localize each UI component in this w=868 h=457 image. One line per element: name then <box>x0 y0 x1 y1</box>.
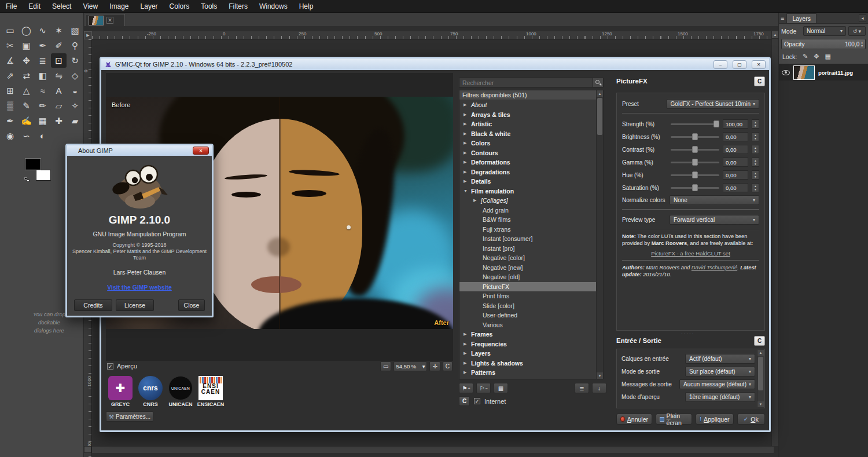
opacity-stepper[interactable]: ▴ ▾ <box>861 41 863 47</box>
filter-category-contours[interactable]: ▶Contours <box>459 148 597 158</box>
gmic-titlebar[interactable]: G'MIC-Qt for GIMP 2.10 - Windows 64 bits… <box>101 59 769 70</box>
tool-bucket-fill-icon[interactable]: ◒ <box>67 83 83 98</box>
filter-item-fuji-xtrans[interactable]: Fuji xtrans <box>459 225 597 235</box>
filter-category-deformations[interactable]: ▶Deformations <box>459 158 597 167</box>
zoom-reset-button[interactable]: ✛ <box>429 361 440 371</box>
ok-button[interactable]: ✓ Ok <box>737 414 766 425</box>
internet-checkbox[interactable]: ✓ <box>474 398 480 404</box>
slider-handle[interactable] <box>692 159 698 166</box>
menu-tools[interactable]: Tools <box>195 0 223 13</box>
filter-item-negative-old[interactable]: Negative [old] <box>459 272 597 282</box>
default-colors-icon[interactable] <box>24 177 30 182</box>
menu-select[interactable]: Select <box>46 0 77 13</box>
filter-subcategory-collages[interactable]: ▶[Collages] <box>459 196 597 206</box>
visibility-eye-icon[interactable] <box>782 70 790 75</box>
tool-warp-icon[interactable]: ≈ <box>35 83 50 98</box>
search-button[interactable] <box>593 78 603 87</box>
filter-list-scrollbar[interactable]: ▲ ▼ <box>596 90 603 379</box>
tool-measure-icon[interactable]: ∡ <box>2 53 18 68</box>
layer-thumbnail[interactable] <box>793 65 815 80</box>
stepper[interactable]: ▴▾ <box>752 170 759 180</box>
ruler-corner-button[interactable]: ▶ <box>84 31 92 39</box>
tool-select-by-color-icon[interactable]: ▧ <box>67 23 83 38</box>
filter-item-user-defined[interactable]: User-defined <box>459 310 597 320</box>
filter-category-details[interactable]: ▶Details <box>459 177 597 187</box>
filter-category-about[interactable]: ▶About <box>459 100 597 110</box>
tool-airbrush-icon[interactable]: ✧ <box>67 98 83 113</box>
gamma-value[interactable]: 0,00 <box>723 158 748 167</box>
menu-image[interactable]: Image <box>104 0 134 13</box>
scroll-corner-box[interactable] <box>84 446 91 453</box>
menu-filters[interactable]: Filters <box>223 0 253 13</box>
color-swatches[interactable] <box>25 159 51 181</box>
tool-paths-icon[interactable]: ✒ <box>35 38 50 53</box>
annuler-button[interactable]: Annuler <box>616 414 652 425</box>
tool-foreground-select-icon[interactable]: ▣ <box>19 38 34 53</box>
tool-flip-icon[interactable]: ⇋ <box>51 68 67 83</box>
filter-category-degradations[interactable]: ▶Degradations <box>459 167 597 177</box>
filter-item-bw-films[interactable]: B&W films <box>459 215 597 225</box>
tool-perspective-clone-icon[interactable]: ▰ <box>67 114 83 128</box>
hue-slider[interactable] <box>671 174 719 176</box>
output-mode-select[interactable]: Sur place (défaut)▾ <box>685 367 755 376</box>
background-color-swatch[interactable] <box>36 170 51 181</box>
slider-handle[interactable] <box>692 133 698 140</box>
saturation-slider[interactable] <box>671 187 719 189</box>
preview-refresh-button[interactable]: C <box>443 361 453 371</box>
minimize-button[interactable]: – <box>713 60 727 69</box>
apercu-checkbox[interactable]: ✓ <box>107 363 113 370</box>
tool-zoom-icon[interactable]: ⚲ <box>67 38 83 53</box>
filter-item-negative-color[interactable]: Negative [color] <box>459 253 597 263</box>
opacity-slider[interactable]: Opacity 100,0 ▴ ▾ <box>781 39 866 49</box>
tool-clone-icon[interactable]: ▦ <box>35 114 50 128</box>
filter-category-arrays-tiles[interactable]: ▶Arrays & tiles <box>459 110 597 120</box>
scrollbar-thumb[interactable] <box>597 98 602 135</box>
filter-item-add-grain[interactable]: Add grain <box>459 206 597 215</box>
hue-value[interactable]: 0,00 <box>723 170 748 180</box>
menu-file[interactable]: File <box>0 0 23 13</box>
refresh-filters-button[interactable]: C <box>459 396 470 406</box>
mode-select[interactable]: Normal ▾ <box>803 26 846 36</box>
tool-mypaint-brush-icon[interactable]: ✍ <box>19 114 34 128</box>
plein-ecran-button[interactable]: Plein écran <box>656 414 692 425</box>
slider-handle[interactable] <box>692 184 698 191</box>
contrast-value[interactable]: 0,00 <box>723 145 748 154</box>
tool-blur-sharpen-icon[interactable]: ◉ <box>2 129 18 143</box>
lock-pixels-icon[interactable]: ✎ <box>803 53 808 60</box>
tool-free-select-icon[interactable]: ∿ <box>35 23 50 38</box>
tool-scissors-select-icon[interactable]: ✂ <box>2 38 18 53</box>
preview-type-select[interactable]: Forward vertical ▾ <box>670 215 759 225</box>
layer-row[interactable]: portrait11.jpg <box>779 64 868 81</box>
search-input[interactable] <box>459 78 593 87</box>
tool-move-icon[interactable]: ✥ <box>19 53 34 68</box>
filter-category-patterns[interactable]: ▶Patterns <box>459 368 597 378</box>
contrast-slider[interactable] <box>671 149 719 151</box>
spin-down-icon[interactable]: ▾ <box>755 188 756 191</box>
close-button[interactable]: ✕ <box>752 60 766 69</box>
filter-category-lights-shadows[interactable]: ▶Lights & shadows <box>459 359 597 368</box>
tool-ellipse-select-icon[interactable]: ◯ <box>19 23 34 38</box>
tool-handle-transform-icon[interactable]: ⊞ <box>2 83 18 98</box>
tool-text-icon[interactable]: A <box>51 83 67 98</box>
menu-edit[interactable]: Edit <box>23 0 46 13</box>
scroll-up-icon[interactable]: ▲ <box>597 90 603 97</box>
filter-item-picturefx[interactable]: PictureFX <box>459 282 597 292</box>
tool-cage-transform-icon[interactable]: △ <box>19 83 34 98</box>
reset-filter-button[interactable]: C <box>754 76 765 86</box>
download-filters-button[interactable]: ↓ <box>592 383 606 393</box>
spin-down-icon[interactable]: ▾ <box>755 124 756 127</box>
strength-value[interactable]: 100,00 <box>723 119 748 129</box>
tool-shear-icon[interactable]: ⇄ <box>19 68 34 83</box>
scroll-down-icon[interactable]: ▼ <box>597 372 603 379</box>
preview-mode-select[interactable]: 1ère image (défaut)▾ <box>685 392 755 402</box>
tool-dodge-burn-icon[interactable]: ◐ <box>35 129 50 143</box>
preset-select[interactable]: GoldFX - Perfect Sunset 10min ▾ <box>667 99 759 109</box>
parametres-button[interactable]: ⚒ Paramètres... <box>106 411 153 422</box>
spin-down-icon[interactable]: ▾ <box>755 175 756 178</box>
gimp-website-link[interactable]: Visit the GIMP website <box>107 284 172 291</box>
maximize-button[interactable]: ▢ <box>733 60 746 69</box>
filter-category-layers[interactable]: ▶Layers <box>459 349 597 359</box>
close-about-button[interactable]: Close <box>178 299 205 311</box>
io-scrollbar[interactable]: ▲ ▼ <box>757 350 764 407</box>
filter-category-frequencies[interactable]: ▶Frequencies <box>459 339 597 349</box>
